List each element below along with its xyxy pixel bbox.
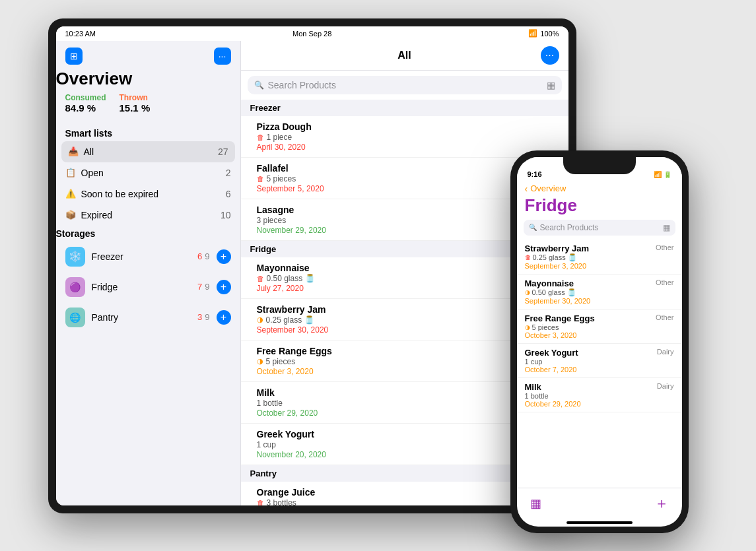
iphone-search-bar[interactable]: 🔍 Search Products ▦ xyxy=(524,220,675,236)
iphone-item-name: Greek Yogurt xyxy=(525,348,657,358)
ipad-content: ⊞ ··· Overview Consumed 84.9 % Thrown 15… xyxy=(56,41,568,505)
all-label: All xyxy=(84,146,213,157)
ipad-date: Mon Sep 28 xyxy=(292,30,331,38)
sidebar-item-soon-expired[interactable]: ⚠️ Soon to be expired 6 xyxy=(56,183,240,205)
consumed-value: 84.9 % xyxy=(65,102,106,113)
storage-item-freezer[interactable]: ❄️ Freezer 6 9 + xyxy=(56,242,240,272)
sidebar: ⊞ ··· Overview Consumed 84.9 % Thrown 15… xyxy=(56,41,241,505)
iphone-item-name: Mayonnaise xyxy=(525,278,656,288)
fridge-icon: 🟣 xyxy=(65,277,85,297)
pantry-label: Pantry xyxy=(92,312,191,323)
storage-item-fridge[interactable]: 🟣 Fridge 7 9 + xyxy=(56,272,240,302)
iphone-item-date: October 3, 2020 xyxy=(525,331,656,339)
ipad-status-bar: 10:23 AM Mon Sep 28 📶 100% xyxy=(56,26,568,41)
pantry-count-gray: 9 xyxy=(205,312,209,322)
iphone-item-left: Strawberry Jam 🗑 0.25 glass 🫙 September … xyxy=(525,243,656,270)
half-moon-icon: ◑ xyxy=(525,324,530,331)
iphone-item-date: October 29, 2020 xyxy=(525,400,657,408)
trash-icon: 🗑 xyxy=(257,133,264,141)
fridge-label: Fridge xyxy=(92,282,191,292)
iphone-list-item[interactable]: Free Range Eggs ◑ 5 pieces October 3, 20… xyxy=(517,309,682,344)
add-item-button[interactable]: ··· xyxy=(214,48,231,65)
fridge-counts: 7 9 xyxy=(197,282,209,292)
trash-icon: 🗑 xyxy=(257,275,264,282)
fridge-count-red: 7 xyxy=(197,282,202,292)
ipad-status-right: 📶 100% xyxy=(528,29,559,38)
pantry-counts: 3 9 xyxy=(197,312,209,322)
iphone-screen: 9:16 📶 🔋 ‹ Overview Fridge 🔍 Search Prod… xyxy=(517,157,682,527)
iphone-barcode-icon: ▦ xyxy=(663,223,670,232)
expired-icon: 📦 xyxy=(65,210,76,220)
sidebar-item-expired[interactable]: 📦 Expired 10 xyxy=(56,205,240,226)
thrown-value: 15.1 % xyxy=(120,102,151,113)
iphone-list-item[interactable]: Mayonnaise ◑ 0.50 glass 🫙 September 30, … xyxy=(517,275,682,309)
smart-lists-title: Smart lists xyxy=(56,123,240,141)
list-item[interactable]: Pizza Dough 🗑 1 piece April 30, 2020 xyxy=(241,116,568,158)
thrown-label: Thrown xyxy=(120,93,151,102)
fridge-count-gray: 9 xyxy=(205,282,209,292)
iphone-items-list: Strawberry Jam 🗑 0.25 glass 🫙 September … xyxy=(517,240,682,488)
trash-icon: 🗑 xyxy=(525,254,531,261)
pantry-add-button[interactable]: + xyxy=(217,310,231,325)
wifi-icon: 📶 xyxy=(528,29,537,38)
half-moon-icon: ◑ xyxy=(257,357,263,366)
back-chevron-icon: ‹ xyxy=(525,183,528,194)
item-qty: 🗑 1 piece xyxy=(257,133,559,142)
iphone-time: 9:16 xyxy=(528,170,542,178)
iphone-item-qty: ◑ 0.50 glass 🫙 xyxy=(525,288,656,297)
trash-icon: 🗑 xyxy=(257,175,264,183)
iphone-list-item[interactable]: Milk 1 bottle October 29, 2020 Dairy xyxy=(517,378,682,412)
iphone-device: 9:16 📶 🔋 ‹ Overview Fridge 🔍 Search Prod… xyxy=(510,150,689,533)
iphone-item-date: September 3, 2020 xyxy=(525,262,656,270)
iphone-item-qty: 1 bottle xyxy=(525,392,657,400)
all-icon: 📥 xyxy=(68,146,79,156)
thrown-stat: Thrown 15.1 % xyxy=(120,93,151,113)
iphone-wifi-icon: 📶 xyxy=(654,171,662,178)
ipad-screen: 10:23 AM Mon Sep 28 📶 100% ⊞ ··· Overvie… xyxy=(56,26,568,505)
main-header: All ··· xyxy=(241,41,568,71)
iphone-item-qty: ◑ 5 pieces xyxy=(525,323,656,331)
iphone-item-left: Mayonnaise ◑ 0.50 glass 🫙 September 30, … xyxy=(525,278,656,305)
half-moon-icon: ◑ xyxy=(525,289,530,296)
item-date: April 30, 2020 xyxy=(257,143,559,152)
freezer-add-button[interactable]: + xyxy=(217,249,231,264)
expired-label: Expired xyxy=(81,210,215,220)
iphone-item-date: October 7, 2020 xyxy=(525,366,657,373)
iphone-list-item[interactable]: Greek Yogurt 1 cup October 7, 2020 Dairy xyxy=(517,344,682,378)
main-more-button[interactable]: ··· xyxy=(541,46,559,65)
sidebar-item-open[interactable]: 📋 Open 2 xyxy=(56,162,240,183)
iphone-item-name: Strawberry Jam xyxy=(525,243,656,253)
sidebar-title: Overview xyxy=(56,69,240,89)
iphone-item-left: Milk 1 bottle October 29, 2020 xyxy=(525,382,657,408)
iphone-item-left: Greek Yogurt 1 cup October 7, 2020 xyxy=(525,348,657,373)
consumed-label: Consumed xyxy=(65,93,106,102)
soon-expired-count: 6 xyxy=(226,189,231,199)
all-count: 27 xyxy=(218,146,228,157)
main-search-bar[interactable]: 🔍 Search Products ▦ xyxy=(248,76,562,94)
iphone-list-item[interactable]: Strawberry Jam 🗑 0.25 glass 🫙 September … xyxy=(517,240,682,275)
fridge-add-button[interactable]: + xyxy=(217,280,231,294)
iphone-battery-icon: 🔋 xyxy=(664,171,671,178)
iphone-notch xyxy=(563,157,636,174)
soon-expired-icon: ⚠️ xyxy=(65,189,76,199)
storages-title: Storages xyxy=(56,226,240,242)
iphone-item-category: Other xyxy=(656,243,674,251)
iphone-item-category: Dairy xyxy=(657,382,674,390)
freezer-icon: ❄️ xyxy=(65,247,85,267)
pantry-icon: 🌐 xyxy=(65,308,85,327)
sidebar-item-all[interactable]: 📥 All 27 xyxy=(61,141,235,162)
iphone-add-button[interactable]: ＋ xyxy=(654,494,669,513)
iphone-search-placeholder: Search Products xyxy=(540,223,660,232)
iphone-home-indicator xyxy=(567,521,633,524)
iphone-barcode-button[interactable]: ▦ xyxy=(530,496,541,511)
section-freezer-header: Freezer xyxy=(241,100,568,116)
battery-text: 100% xyxy=(540,30,559,38)
iphone-item-category: Other xyxy=(656,313,674,321)
storage-item-pantry[interactable]: 🌐 Pantry 3 9 + xyxy=(56,302,240,333)
iphone-back-nav[interactable]: ‹ Overview xyxy=(517,181,682,194)
barcode-icon: ▦ xyxy=(547,80,555,90)
consumed-stat: Consumed 84.9 % xyxy=(65,93,106,113)
iphone-content: ‹ Overview Fridge 🔍 Search Products ▦ St… xyxy=(517,181,682,527)
iphone-item-name: Free Range Eggs xyxy=(525,313,656,323)
sidebar-toggle-button[interactable]: ⊞ xyxy=(65,48,83,65)
